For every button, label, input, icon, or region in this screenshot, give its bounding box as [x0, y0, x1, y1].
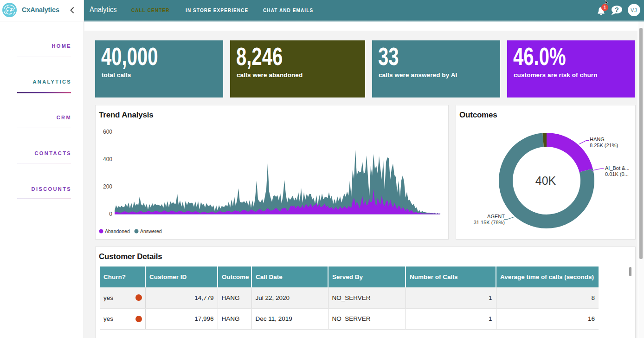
svg-text:?: ?	[615, 6, 619, 13]
svg-text:31.15K (78%): 31.15K (78%)	[474, 220, 505, 225]
svg-text:40K: 40K	[535, 174, 556, 187]
svg-text:200: 200	[103, 183, 112, 190]
svg-text:VJ: VJ	[631, 7, 637, 13]
svg-text:0.01K (0...: 0.01K (0...	[605, 171, 629, 177]
svg-text:Answered: Answered	[140, 228, 162, 234]
svg-text:AI_Bot &...: AI_Bot &...	[605, 165, 630, 171]
svg-text:8.25K (21%): 8.25K (21%)	[590, 143, 618, 148]
svg-text:AGENT: AGENT	[487, 214, 505, 219]
svg-text:Abandoned: Abandoned	[105, 228, 130, 234]
svg-text:400: 400	[103, 156, 112, 162]
svg-text:600: 600	[103, 129, 112, 135]
svg-text:0: 0	[109, 211, 112, 217]
svg-text:HANG: HANG	[590, 136, 605, 142]
